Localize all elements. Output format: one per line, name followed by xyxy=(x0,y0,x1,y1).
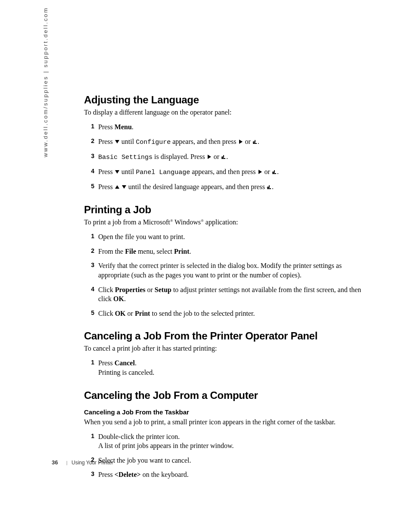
section-heading: Canceling the Job From a Computer xyxy=(84,389,371,401)
step-item: 3Press <Delete> on the keyboard. xyxy=(84,467,371,482)
step-number: 1 xyxy=(84,358,94,367)
step-list: 1Open the file you want to print.2From t… xyxy=(84,230,371,320)
enter-icon xyxy=(267,184,272,190)
step-item: 1Double-click the printer icon.A list of… xyxy=(84,429,371,453)
page-footer: 36 | Using Your Printer xyxy=(52,459,113,466)
step-item: 5Click OK or Print to send the job to th… xyxy=(84,306,371,321)
step-item: 4Click Properties or Setup to adjust pri… xyxy=(84,283,371,306)
step-item: 2From the File menu, select Print. xyxy=(84,244,371,259)
step-number: 4 xyxy=(84,167,94,175)
section-subheading: Canceling a Job From the Taskbar xyxy=(84,408,371,416)
footer-separator: | xyxy=(66,460,68,465)
step-number: 3 xyxy=(84,261,94,269)
step-number: 3 xyxy=(84,470,94,478)
section-heading: Printing a Job xyxy=(84,204,371,216)
enter-icon xyxy=(252,139,258,144)
page-content: Adjusting the LanguageTo display a diffe… xyxy=(84,94,371,482)
section-intro: When you send a job to print, a small pr… xyxy=(84,418,371,426)
step-number: 2 xyxy=(84,137,94,145)
step-number: 1 xyxy=(84,122,94,131)
step-item: 3Verify that the correct printer is sele… xyxy=(84,258,371,282)
section-intro: To print a job from a Microsoft® Windows… xyxy=(84,218,371,226)
right-triangle-icon xyxy=(258,169,263,174)
section-intro: To display a different language on the o… xyxy=(84,109,371,116)
enter-icon xyxy=(221,154,226,159)
page-number: 36 xyxy=(52,459,58,466)
step-number: 2 xyxy=(84,247,94,255)
step-item: 1Open the file you want to print. xyxy=(84,230,371,244)
step-number: 5 xyxy=(84,309,94,317)
step-item: 4Press until Panel Language appears, and… xyxy=(84,165,371,180)
enter-icon xyxy=(272,169,277,174)
step-item: 1Press Cancel.Printing is canceled. xyxy=(84,356,371,380)
step-list: 1Press Cancel.Printing is canceled. xyxy=(84,356,371,380)
down-triangle-icon xyxy=(121,184,127,190)
step-item: 2Select the job you want to cancel. xyxy=(84,453,371,468)
section-intro: To cancel a print job after it has start… xyxy=(84,345,371,352)
step-list: 1Double-click the printer icon.A list of… xyxy=(84,429,371,482)
step-number: 1 xyxy=(84,432,94,440)
step-item: 1Press Menu. xyxy=(84,120,371,134)
down-triangle-icon xyxy=(115,169,120,174)
down-triangle-icon xyxy=(115,139,120,144)
step-item: 5Press until the desired language appear… xyxy=(84,180,371,194)
section-heading: Canceling a Job From the Printer Operato… xyxy=(84,330,371,342)
step-number: 4 xyxy=(84,285,94,293)
section-heading: Adjusting the Language xyxy=(84,94,371,106)
up-triangle-icon xyxy=(115,184,120,190)
step-item: 2Press until Configure appears, and then… xyxy=(84,134,371,149)
step-item: 3Basic Settings is displayed. Press or . xyxy=(84,149,371,165)
step-number: 5 xyxy=(84,182,94,190)
step-number: 3 xyxy=(84,152,94,160)
step-list: 1Press Menu.2Press until Configure appea… xyxy=(84,120,371,194)
right-triangle-icon xyxy=(207,154,212,159)
step-number: 1 xyxy=(84,232,94,240)
side-url-text: www.dell.com/supplies | support.dell.com xyxy=(42,7,49,157)
right-triangle-icon xyxy=(238,139,243,144)
footer-section: Using Your Printer xyxy=(72,460,113,466)
